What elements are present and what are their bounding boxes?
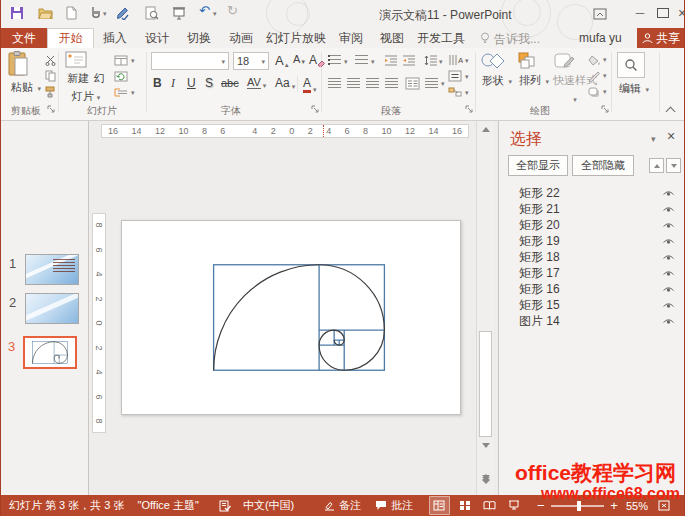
tab-home-selected[interactable]: 开始 — [47, 28, 94, 48]
text-direction-dropdown[interactable]: ▾ — [465, 57, 469, 64]
tab-transitions[interactable]: 切换 — [178, 28, 220, 48]
section-icon[interactable] — [113, 86, 129, 98]
new-file-icon[interactable] — [63, 5, 79, 21]
slide-thumbnail-2[interactable] — [25, 293, 79, 324]
shrink-font-button[interactable]: A▼ — [293, 53, 306, 65]
eye-visibility-icon[interactable] — [662, 237, 675, 245]
eye-visibility-icon[interactable] — [662, 301, 675, 309]
zoom-in-button[interactable]: + — [610, 498, 618, 513]
hide-all-button[interactable]: 全部隐藏 — [572, 155, 634, 176]
proofing-icon[interactable] — [219, 500, 231, 512]
convert-smartart-dropdown[interactable]: ▾ — [465, 89, 469, 96]
slide-canvas[interactable] — [121, 220, 461, 415]
new-slide-button[interactable]: 新建 幻灯片 ▾ — [65, 51, 107, 104]
columns-icon[interactable] — [425, 78, 438, 88]
save-icon[interactable] — [9, 5, 25, 21]
eye-visibility-icon[interactable] — [662, 189, 675, 197]
layout-icon[interactable] — [113, 54, 129, 66]
italic-button[interactable]: I — [171, 76, 175, 91]
tab-design[interactable]: 设计 — [136, 28, 178, 48]
selection-item[interactable]: 矩形 15 — [499, 297, 685, 313]
tab-review[interactable]: 审阅 — [330, 28, 372, 48]
shapes-button[interactable]: 形状 ▾ — [480, 52, 514, 88]
tab-slideshow[interactable]: 幻灯片放映 — [262, 28, 330, 48]
tab-view[interactable]: 视图 — [372, 28, 412, 48]
minimize-button[interactable]: ─ — [631, 5, 649, 21]
font-dialog-launcher[interactable] — [311, 105, 319, 113]
character-spacing-button[interactable]: AV▾ — [247, 76, 266, 89]
normal-view-button[interactable] — [429, 496, 449, 515]
selection-item[interactable]: 矩形 21 — [499, 201, 685, 217]
selection-item[interactable]: 矩形 20 — [499, 217, 685, 233]
slide-thumbnail-3-selected[interactable] — [23, 336, 77, 369]
paragraph-dialog-launcher[interactable] — [465, 105, 473, 113]
increase-indent-icon[interactable] — [401, 54, 416, 66]
selection-item[interactable]: 矩形 16 — [499, 281, 685, 297]
reading-view-button[interactable] — [480, 497, 498, 514]
columns-dropdown[interactable]: ▾ — [441, 80, 445, 87]
numbering-dropdown[interactable]: ▾ — [371, 58, 375, 65]
text-direction-icon[interactable]: A — [447, 54, 463, 66]
tab-file[interactable]: 文件 — [1, 28, 47, 48]
collapse-ribbon-button[interactable] — [666, 107, 676, 117]
justify-icon[interactable] — [385, 78, 398, 88]
selection-item[interactable]: 矩形 19 — [499, 233, 685, 249]
line-spacing-dropdown[interactable]: ▾ — [439, 58, 443, 65]
strikethrough-button[interactable]: abc — [221, 77, 239, 89]
selection-item[interactable]: 矩形 18 — [499, 249, 685, 265]
tab-animations[interactable]: 动画 — [220, 28, 262, 48]
slide-editing-area[interactable]: 1614121086420246810121416 8 6 4 2 0 2 4 … — [89, 121, 498, 495]
font-name-combo[interactable]: ▾ — [151, 52, 229, 70]
paste-button[interactable]: 粘贴 ▾ — [7, 51, 45, 95]
text-shadow-button[interactable]: S — [205, 76, 213, 90]
slideshow-view-button[interactable] — [505, 497, 523, 514]
comments-icon[interactable]: 批注 — [375, 498, 413, 513]
slide-scrollbar[interactable] — [476, 121, 494, 495]
maximize-button[interactable] — [654, 5, 672, 21]
eye-visibility-icon[interactable] — [662, 269, 675, 277]
ribbon-display-options-icon[interactable] — [591, 6, 609, 21]
shape-fill-dropdown[interactable]: ▾ — [603, 56, 607, 63]
scroll-up-arrow[interactable] — [482, 127, 490, 132]
undo-icon[interactable]: ↶ — [199, 3, 210, 18]
touch-mode-icon[interactable] — [87, 5, 103, 21]
reorder-up-button[interactable] — [649, 158, 664, 173]
shape-effects-icon[interactable] — [587, 86, 601, 98]
show-all-button[interactable]: 全部显示 — [508, 155, 568, 176]
scrollbar-thumb[interactable] — [479, 331, 492, 437]
golden-spiral-figure[interactable] — [211, 263, 387, 372]
tell-me-box[interactable]: 告诉我... — [494, 31, 540, 48]
fit-to-window-icon[interactable] — [658, 500, 670, 511]
scroll-down-arrow[interactable] — [482, 443, 490, 448]
eye-visibility-icon[interactable] — [662, 221, 675, 229]
reset-slide-icon[interactable] — [113, 70, 129, 82]
convert-smartart-icon[interactable] — [447, 86, 463, 98]
selection-item[interactable]: 矩形 22 — [499, 185, 685, 201]
align-right-icon[interactable] — [366, 78, 379, 88]
slide-sorter-view-button[interactable] — [456, 497, 474, 514]
tab-developer[interactable]: 开发工具 — [412, 28, 470, 48]
layout-dropdown[interactable]: ▾ — [131, 57, 135, 64]
account-user-name[interactable]: mufa yu — [579, 31, 622, 45]
line-spacing-icon[interactable] — [423, 54, 438, 66]
zoom-slider-thumb[interactable] — [577, 501, 581, 511]
font-size-combo[interactable]: 18▾ — [233, 52, 269, 70]
eye-visibility-icon[interactable] — [662, 317, 675, 325]
font-color-button[interactable]: A▾ — [303, 76, 317, 93]
zoom-percentage[interactable]: 55% — [626, 500, 648, 512]
slide-thumbnail-1[interactable] — [25, 254, 79, 285]
spelling-icon[interactable] — [115, 5, 131, 21]
section-dropdown[interactable]: ▾ — [131, 89, 135, 96]
start-slideshow-icon[interactable] — [171, 5, 187, 21]
selection-item[interactable]: 图片 14 — [499, 313, 685, 329]
shape-fill-icon[interactable] — [587, 54, 601, 66]
columns-boxed-icon[interactable] — [404, 76, 420, 90]
underline-button[interactable]: U — [187, 76, 196, 90]
notes-icon[interactable]: 备注 — [324, 498, 361, 513]
copy-icon[interactable] — [43, 70, 57, 82]
shape-outline-dropdown[interactable]: ▾ — [603, 72, 607, 79]
shape-outline-icon[interactable] — [587, 70, 601, 82]
redo-icon[interactable]: ↻ — [227, 3, 238, 18]
decrease-indent-icon[interactable] — [383, 54, 398, 66]
touch-mode-dropdown[interactable]: ▾ — [103, 10, 107, 17]
